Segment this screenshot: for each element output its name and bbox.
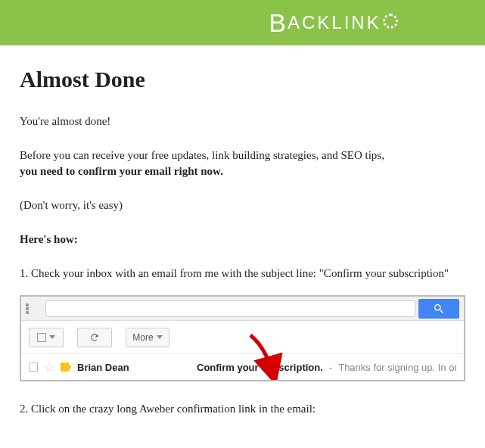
row-subject: Confirm your subscription.	[197, 362, 323, 373]
loader-icon	[383, 14, 398, 29]
intro-line-2b: you need to confirm your email right now…	[20, 165, 223, 177]
caret-down-icon	[49, 335, 55, 339]
checkbox-icon	[37, 333, 46, 342]
gmail-toolbar: More	[21, 321, 464, 354]
header-bar: BACKLINK	[0, 0, 485, 45]
gmail-hamburger-col	[26, 307, 38, 310]
label-tag-icon	[61, 362, 71, 372]
brand-logo: BACKLINK	[269, 8, 397, 38]
hamburger-icon	[26, 307, 29, 310]
intro-line-2a: Before you can receive your free updates…	[20, 149, 384, 161]
intro-line-2: Before you can receive your free updates…	[20, 148, 465, 179]
search-icon	[433, 303, 445, 315]
page-title: Almost Done	[20, 67, 465, 92]
row-sender: Brian Dean	[77, 362, 191, 373]
gmail-more-button: More	[126, 328, 169, 347]
heres-how: Here's how:	[20, 232, 465, 247]
intro-line-1: You're almost done!	[20, 114, 465, 129]
brand-initial: B	[269, 8, 288, 38]
step-1-text: 1. Check your inbox with an email from m…	[20, 266, 465, 282]
refresh-icon	[89, 332, 100, 343]
gmail-select-all-button	[29, 328, 64, 347]
star-icon: ☆	[44, 360, 54, 375]
gmail-search-button	[418, 299, 459, 319]
row-checkbox-icon	[29, 362, 38, 372]
reassurance: (Don't worry, it's easy)	[20, 198, 465, 213]
gmail-email-row: ☆ Brian Dean Confirm your subscription. …	[21, 354, 464, 380]
row-snippet: Thanks for signing up. In order to r	[338, 362, 456, 373]
gmail-more-label: More	[132, 332, 153, 343]
gmail-screenshot: More ☆ Brian Dean Confirm your subscript…	[20, 295, 465, 381]
gmail-search-input	[45, 300, 415, 317]
caret-down-icon	[157, 335, 163, 339]
gmail-top-bar	[21, 297, 464, 321]
gmail-refresh-button	[77, 328, 112, 347]
brand-rest: ACKLINK	[288, 12, 381, 33]
row-separator: -	[329, 362, 332, 373]
step-2-text: 2. Click on the crazy long Aweber confir…	[20, 401, 465, 417]
content: Almost Done You're almost done! Before y…	[0, 45, 485, 444]
